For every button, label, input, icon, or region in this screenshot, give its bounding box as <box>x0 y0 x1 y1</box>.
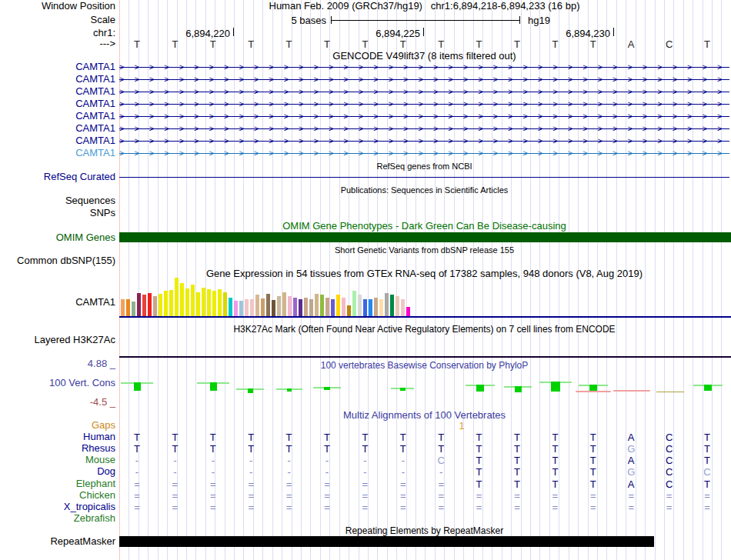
gencode-transcript-line[interactable]: >>>>>>>>>>>>>>>>>>>>>>>>>>>>>>>>>>>>>>>>… <box>119 74 729 85</box>
publications-sequences-label[interactable]: Sequences <box>0 195 115 206</box>
gtex-bar[interactable] <box>137 293 141 316</box>
conservation-track-label[interactable]: 100 Vert. Cons <box>0 378 115 388</box>
gtex-bar[interactable] <box>342 298 345 316</box>
repeatmasker-bar[interactable] <box>119 536 654 547</box>
gencode-transcript-rows[interactable]: >>>>>>>>>>>>>>>>>>>>>>>>>>>>>>>>>>>>>>>>… <box>119 62 729 160</box>
layered-h3k27ac-label[interactable]: Layered H3K27Ac <box>0 335 115 345</box>
gencode-transcript-label[interactable]: CAMTA1 <box>0 135 115 146</box>
gtex-bar[interactable] <box>401 299 405 316</box>
gencode-transcript-label[interactable]: CAMTA1 <box>0 148 115 158</box>
gtex-bar[interactable] <box>159 294 162 316</box>
gtex-bar[interactable] <box>352 291 356 316</box>
multiz-species-label[interactable]: Zebrafish <box>0 513 115 524</box>
gtex-bar[interactable] <box>148 293 152 316</box>
gtex-bar[interactable] <box>379 299 383 316</box>
gtex-bar[interactable] <box>142 295 146 316</box>
gtex-bar[interactable] <box>347 305 351 316</box>
gtex-gene-label[interactable]: CAMTA1 <box>0 297 115 308</box>
gtex-bar[interactable] <box>406 307 410 316</box>
gtex-bar[interactable] <box>304 298 308 316</box>
gtex-bar[interactable] <box>212 291 216 316</box>
gtex-bar[interactable] <box>185 288 189 316</box>
gtex-bar[interactable] <box>250 299 254 316</box>
gtex-bar[interactable] <box>272 300 275 316</box>
gtex-bar[interactable] <box>369 299 372 316</box>
gencode-transcript-label[interactable]: CAMTA1 <box>0 74 115 85</box>
gtex-bar[interactable] <box>309 299 313 316</box>
multiz-species-label[interactable]: Mouse <box>0 455 115 465</box>
gtex-bar[interactable] <box>396 296 399 316</box>
gtex-bar[interactable] <box>218 289 222 316</box>
gtex-bar[interactable] <box>202 288 205 316</box>
multiz-species-label[interactable]: Elephant <box>0 478 115 489</box>
gtex-bar[interactable] <box>126 299 130 316</box>
gtex-bar[interactable] <box>153 296 157 316</box>
gencode-transcript-label[interactable]: CAMTA1 <box>0 111 115 122</box>
gencode-transcript-label[interactable]: CAMTA1 <box>0 98 115 109</box>
gtex-bar[interactable] <box>266 294 270 316</box>
gtex-bar[interactable] <box>164 291 168 316</box>
gtex-bar[interactable] <box>223 292 227 316</box>
gtex-bar[interactable] <box>277 296 281 316</box>
gtex-bar[interactable] <box>255 295 259 316</box>
gtex-bar[interactable] <box>390 295 394 316</box>
gtex-bar[interactable] <box>293 298 297 316</box>
multiz-species-label[interactable]: Human <box>0 432 115 442</box>
gtex-bar[interactable] <box>261 298 265 316</box>
gtex-bar[interactable] <box>331 299 335 316</box>
gencode-transcript-label[interactable]: CAMTA1 <box>0 62 115 72</box>
multiz-base-cell: T <box>319 432 335 443</box>
gtex-bar[interactable] <box>336 295 340 316</box>
multiz-species-label[interactable]: Dog <box>0 466 115 477</box>
gtex-bar[interactable] <box>229 298 232 316</box>
base-row[interactable]: TTTTTTTTTTTTTACT <box>0 38 731 49</box>
multiz-species-label[interactable]: X_tropicalis <box>0 502 115 512</box>
gtex-bar[interactable] <box>239 301 243 316</box>
publications-snps-label[interactable]: SNPs <box>0 208 115 218</box>
multiz-species-label[interactable]: Rhesus <box>0 443 115 454</box>
gencode-transcript-line[interactable]: >>>>>>>>>>>>>>>>>>>>>>>>>>>>>>>>>>>>>>>>… <box>119 86 729 97</box>
refseq-curated-label[interactable]: RefSeq Curated <box>0 172 115 182</box>
gtex-bar[interactable] <box>169 290 173 316</box>
gencode-transcript-line[interactable]: >>>>>>>>>>>>>>>>>>>>>>>>>>>>>>>>>>>>>>>>… <box>119 98 729 109</box>
gencode-transcript-line[interactable]: >>>>>>>>>>>>>>>>>>>>>>>>>>>>>>>>>>>>>>>>… <box>119 62 729 72</box>
gtex-bar-chart[interactable] <box>121 278 413 316</box>
gencode-transcript-line[interactable]: >>>>>>>>>>>>>>>>>>>>>>>>>>>>>>>>>>>>>>>>… <box>119 148 729 158</box>
gtex-bar[interactable] <box>196 292 200 316</box>
gtex-bar[interactable] <box>385 293 389 316</box>
gtex-bar[interactable] <box>374 298 378 316</box>
gtex-bar[interactable] <box>234 301 238 316</box>
repeatmasker-label[interactable]: RepeatMasker <box>0 536 115 547</box>
gtex-bar[interactable] <box>315 294 319 316</box>
gencode-transcript-label[interactable]: CAMTA1 <box>0 123 115 134</box>
multiz-base-cell: T <box>243 432 259 443</box>
coordinate-row[interactable]: 6,894,2206,894,2256,894,230 <box>0 28 731 38</box>
gtex-bar[interactable] <box>320 295 324 316</box>
gtex-bar[interactable] <box>358 295 362 316</box>
gtex-bar[interactable] <box>207 289 211 316</box>
multiz-base-cell: T <box>586 455 601 466</box>
omim-gene-bar[interactable] <box>119 232 731 242</box>
multiz-gaps-label[interactable]: Gaps <box>0 420 115 431</box>
gtex-bar[interactable] <box>245 299 249 316</box>
gtex-bar[interactable] <box>132 302 135 316</box>
gtex-bar[interactable] <box>191 285 195 316</box>
gtex-bar[interactable] <box>282 292 286 316</box>
gencode-transcript-label[interactable]: CAMTA1 <box>0 86 115 97</box>
multiz-base-cell: = <box>167 490 182 502</box>
refseq-curated-line[interactable] <box>119 177 729 178</box>
common-dbsnp-label[interactable]: Common dbSNP(155) <box>0 255 115 266</box>
gtex-bar[interactable] <box>180 283 184 316</box>
gtex-bar[interactable] <box>299 299 302 316</box>
transcript-arrowheads: >>>>>>>>>>>>>>>>>>>>>>>>>>>>>>>>>>>>>>>>… <box>119 148 729 158</box>
gtex-bar[interactable] <box>363 299 367 316</box>
gencode-transcript-line[interactable]: >>>>>>>>>>>>>>>>>>>>>>>>>>>>>>>>>>>>>>>>… <box>119 111 729 122</box>
gtex-bar[interactable] <box>325 298 329 316</box>
gencode-transcript-line[interactable]: >>>>>>>>>>>>>>>>>>>>>>>>>>>>>>>>>>>>>>>>… <box>119 135 729 146</box>
omim-genes-label[interactable]: OMIM Genes <box>0 232 115 243</box>
gtex-bar[interactable] <box>175 278 179 316</box>
gencode-transcript-line[interactable]: >>>>>>>>>>>>>>>>>>>>>>>>>>>>>>>>>>>>>>>>… <box>119 123 729 134</box>
gtex-bar[interactable] <box>288 296 292 316</box>
gtex-bar[interactable] <box>121 299 125 316</box>
multiz-species-label[interactable]: Chicken <box>0 490 115 501</box>
